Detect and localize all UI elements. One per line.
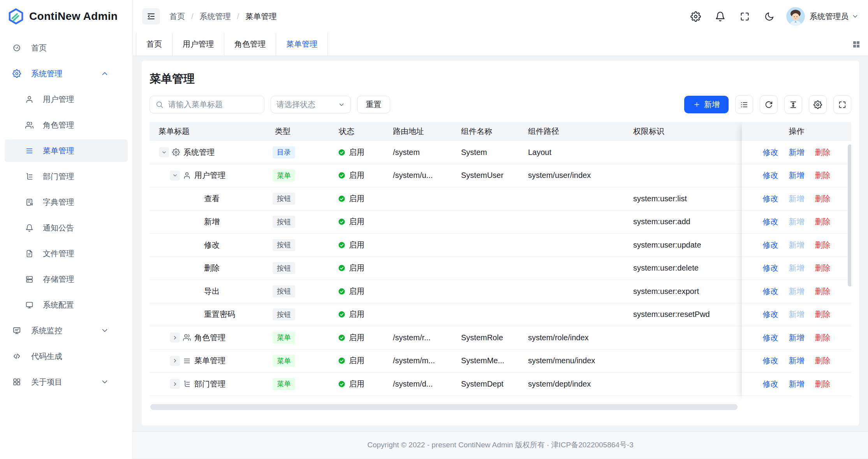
user-name[interactable]: 系统管理员 [810, 11, 849, 22]
delete-link[interactable]: 删除 [815, 355, 831, 366]
type-badge: 按钮 [273, 285, 295, 297]
delete-link[interactable]: 删除 [815, 332, 831, 343]
table-fullscreen-button[interactable] [833, 95, 851, 114]
add-link[interactable]: 新增 [789, 240, 805, 250]
edit-link[interactable]: 修改 [763, 240, 778, 250]
tab-menu-management[interactable]: 菜单管理 [276, 33, 328, 56]
edit-link[interactable]: 修改 [763, 216, 778, 227]
collapse-sidebar-button[interactable] [142, 8, 160, 25]
add-link[interactable]: 新增 [789, 193, 805, 204]
moon-icon[interactable] [764, 11, 775, 22]
edit-link[interactable]: 修改 [763, 263, 778, 273]
sidebar-item-menu-management[interactable]: 菜单管理 [5, 139, 128, 162]
add-link[interactable]: 新增 [789, 379, 805, 389]
add-link[interactable]: 新增 [789, 263, 805, 273]
type-badge: 菜单 [273, 355, 295, 367]
expand-row-toggle[interactable] [170, 332, 180, 343]
sidebar-item-dict-management[interactable]: 字典管理 [5, 191, 128, 213]
expand-row-toggle[interactable] [170, 356, 180, 366]
edit-link[interactable]: 修改 [763, 332, 778, 343]
sidebar-item-about-project[interactable]: 关于项目 [5, 371, 128, 393]
operations-row: 修改新增删除 [742, 303, 851, 327]
type-badge: 菜单 [273, 378, 295, 390]
gear-icon [172, 148, 180, 156]
tab-user-management[interactable]: 用户管理 [173, 33, 224, 56]
horizontal-scrollbar[interactable] [150, 404, 738, 410]
delete-link[interactable]: 删除 [815, 286, 831, 297]
sidebar-item-dept-management[interactable]: 部门管理 [5, 165, 128, 188]
sidebar-item-file-management[interactable]: 文件管理 [5, 242, 128, 265]
add-link[interactable]: 新增 [789, 332, 805, 343]
sidebar-item-system-monitor[interactable]: 系统监控 [5, 319, 128, 342]
edit-link[interactable]: 修改 [763, 147, 778, 158]
vertical-scrollbar[interactable] [848, 144, 851, 287]
delete-link[interactable]: 删除 [815, 216, 831, 227]
sidebar-item-storage-management[interactable]: 存储管理 [5, 268, 128, 290]
row-height-button[interactable] [784, 95, 802, 114]
add-link[interactable]: 新增 [789, 170, 805, 181]
delete-link[interactable]: 删除 [815, 193, 831, 204]
content-area: 菜单管理 请选择状态 重置 新增 [133, 56, 868, 459]
operations-row: 修改新增删除 [742, 280, 851, 303]
edit-link[interactable]: 修改 [763, 170, 778, 181]
code-icon [12, 352, 21, 361]
add-link[interactable]: 新增 [789, 286, 805, 297]
file-icon [25, 250, 33, 258]
collapse-row-toggle[interactable] [159, 147, 169, 157]
delete-link[interactable]: 删除 [815, 263, 831, 273]
user-icon [183, 172, 191, 179]
column-settings-button[interactable] [809, 95, 827, 114]
tab-role-management[interactable]: 角色管理 [224, 33, 276, 56]
dashboard-icon [12, 44, 21, 52]
column-header-title: 菜单标题 [158, 122, 190, 141]
tab-actions-button[interactable] [852, 33, 868, 56]
sidebar-item-code-generation[interactable]: 代码生成 [5, 345, 128, 368]
search-input[interactable] [167, 100, 259, 109]
tab-home[interactable]: 首页 [136, 33, 173, 56]
breadcrumb-system[interactable]: 系统管理 [200, 11, 231, 22]
sidebar-item-system-config[interactable]: 系统配置 [5, 294, 128, 316]
plus-icon [693, 101, 701, 108]
edit-link[interactable]: 修改 [763, 193, 778, 204]
add-link[interactable]: 新增 [789, 216, 805, 227]
collapse-row-toggle[interactable] [170, 171, 180, 181]
add-button[interactable]: 新增 [684, 96, 729, 113]
delete-link[interactable]: 删除 [815, 379, 831, 389]
edit-link[interactable]: 修改 [763, 286, 778, 297]
check-circle-icon [338, 334, 345, 341]
column-header-permission: 权限标识 [633, 122, 664, 141]
fullscreen-icon[interactable] [739, 11, 750, 22]
expand-row-toggle[interactable] [170, 379, 180, 389]
sidebar-item-user-management[interactable]: 用户管理 [5, 88, 128, 111]
list-view-button[interactable] [735, 95, 753, 114]
delete-link[interactable]: 删除 [815, 170, 831, 181]
sidebar-item-home[interactable]: 首页 [5, 37, 128, 59]
delete-link[interactable]: 删除 [815, 240, 831, 250]
sidebar-item-notice[interactable]: 通知公告 [5, 216, 128, 239]
add-link[interactable]: 新增 [789, 355, 805, 366]
add-link[interactable]: 新增 [789, 147, 805, 158]
edit-link[interactable]: 修改 [763, 355, 778, 366]
avatar[interactable] [786, 7, 805, 26]
edit-link[interactable]: 修改 [763, 379, 778, 389]
gear-icon[interactable] [690, 11, 701, 22]
breadcrumb-home[interactable]: 首页 [169, 11, 185, 22]
add-link[interactable]: 新增 [789, 309, 805, 320]
sidebar-item-role-management[interactable]: 角色管理 [5, 114, 128, 136]
reset-button[interactable]: 重置 [357, 96, 390, 113]
delete-link[interactable]: 删除 [815, 147, 831, 158]
type-badge: 菜单 [273, 332, 295, 344]
sidebar-item-system-management[interactable]: 系统管理 [5, 62, 128, 85]
fullscreen-icon [838, 100, 847, 109]
refresh-button[interactable] [760, 95, 778, 114]
chevron-down-icon [161, 149, 167, 155]
delete-link[interactable]: 删除 [815, 309, 831, 320]
status-select[interactable]: 请选择状态 [271, 96, 351, 113]
breadcrumb-separator: / [237, 12, 239, 21]
dictionary-icon [25, 198, 33, 206]
app-logo[interactable]: ContiNew Admin [0, 0, 132, 33]
chevron-down-icon[interactable] [852, 13, 859, 20]
operations-row: 修改新增删除 [742, 187, 851, 211]
edit-link[interactable]: 修改 [763, 309, 778, 320]
bell-icon[interactable] [715, 11, 725, 22]
